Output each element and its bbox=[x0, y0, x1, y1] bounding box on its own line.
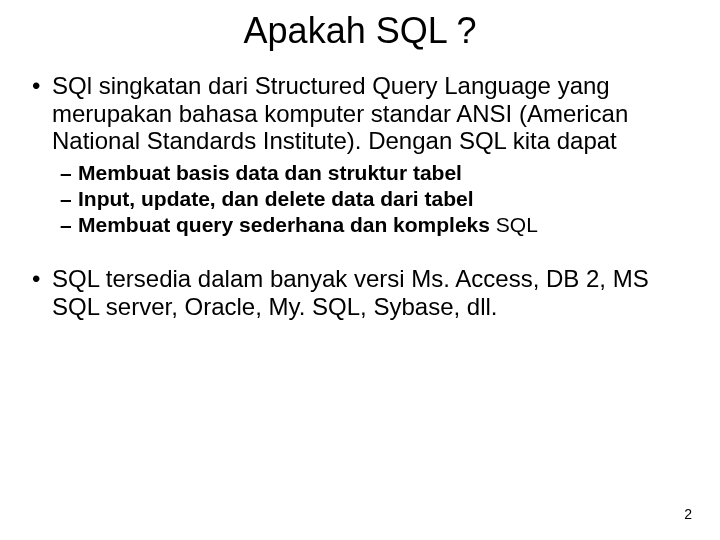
bullet-text-1: SQl singkatan dari Structured Query Lang… bbox=[52, 72, 628, 154]
bullet-item-1: SQl singkatan dari Structured Query Lang… bbox=[32, 72, 688, 237]
sub-bullet-text-3-tail: SQL bbox=[496, 213, 538, 236]
bullet-text-2: SQL tersedia dalam banyak versi Ms. Acce… bbox=[52, 265, 649, 320]
slide-title: Apakah SQL ? bbox=[0, 0, 720, 72]
sub-bullet-text-3: Membuat query sederhana dan kompleks bbox=[78, 213, 490, 236]
sub-bullet-list: Membuat basis data dan struktur tabel In… bbox=[52, 161, 688, 237]
page-number: 2 bbox=[684, 506, 692, 522]
sub-bullet-2: Input, update, dan delete data dari tabe… bbox=[60, 187, 688, 211]
sub-bullet-3: Membuat query sederhana dan kompleks SQL bbox=[60, 213, 688, 237]
slide-body: SQl singkatan dari Structured Query Lang… bbox=[0, 72, 720, 320]
bullet-list: SQl singkatan dari Structured Query Lang… bbox=[32, 72, 688, 320]
slide: Apakah SQL ? SQl singkatan dari Structur… bbox=[0, 0, 720, 540]
sub-bullet-1: Membuat basis data dan struktur tabel bbox=[60, 161, 688, 185]
sub-bullet-text-1: Membuat basis data dan struktur tabel bbox=[78, 161, 462, 184]
sub-bullet-text-2: Input, update, dan delete data dari tabe… bbox=[78, 187, 474, 210]
bullet-item-2: SQL tersedia dalam banyak versi Ms. Acce… bbox=[32, 265, 688, 320]
